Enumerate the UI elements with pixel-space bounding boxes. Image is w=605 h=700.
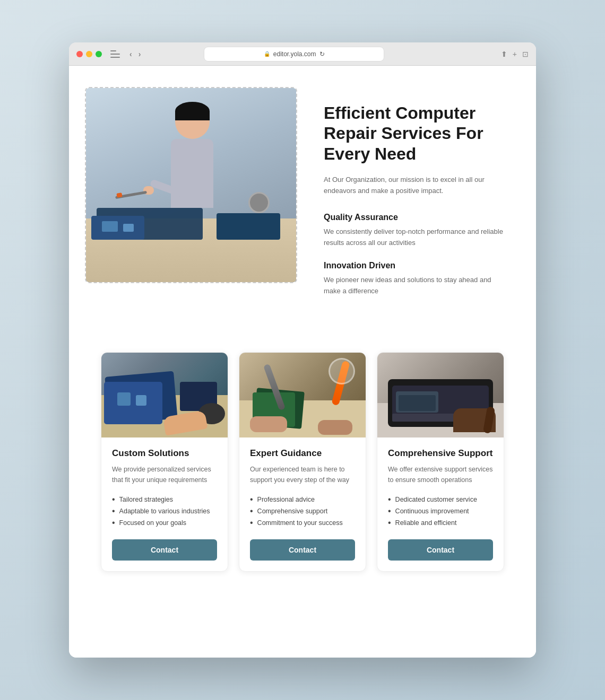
hero-image-wrapper	[85, 87, 297, 283]
minimize-button[interactable]	[86, 51, 92, 57]
card-3-image-bg	[377, 353, 504, 438]
feature-innovation-title: Innovation Driven	[324, 261, 504, 270]
card-expert-guidance: Expert Guidance Our experienced team is …	[239, 352, 366, 572]
toolbar-actions: ⬆ + ⊡	[501, 50, 529, 58]
cards-section: Custom Solutions We provide personalized…	[69, 342, 536, 603]
feature-quality-desc: We consistently deliver top-notch perfor…	[324, 226, 504, 249]
feature-innovation: Innovation Driven We pioneer new ideas a…	[324, 261, 504, 297]
card-2-image	[239, 353, 366, 438]
card-comprehensive-support: Comprehensive Support We offer extensive…	[377, 352, 504, 572]
card-3-image	[377, 353, 504, 438]
card-2-title: Expert Guidance	[250, 448, 355, 459]
list-item: Reliable and efficient	[388, 517, 493, 529]
reload-icon: ↻	[319, 50, 325, 58]
hero-section: Efficient Computer Repair Services For E…	[69, 66, 536, 342]
add-tab-icon[interactable]: +	[513, 50, 517, 58]
card-1-image-bg	[101, 353, 228, 438]
hero-description: At Our Organization, our mission is to e…	[324, 174, 504, 197]
card-3-body: Comprehensive Support We offer extensive…	[377, 438, 504, 571]
hero-image	[86, 88, 296, 282]
card-1-image	[101, 353, 228, 438]
card-1-body: Custom Solutions We provide personalized…	[101, 438, 228, 571]
extensions-icon[interactable]: ⊡	[522, 50, 529, 58]
card-2-body: Expert Guidance Our experienced team is …	[239, 438, 366, 571]
share-icon[interactable]: ⬆	[501, 50, 507, 58]
list-item: Continuous improvement	[388, 505, 493, 517]
feature-quality-title: Quality Assurance	[324, 213, 504, 222]
list-item: Professional advice	[250, 494, 355, 505]
page-content: Efficient Computer Repair Services For E…	[69, 66, 536, 603]
card-2-list: Professional advice Comprehensive suppor…	[250, 494, 355, 529]
card-3-description: We offer extensive support services to e…	[388, 464, 493, 485]
list-item: Adaptable to various industries	[112, 505, 217, 517]
lock-icon: 🔒	[264, 51, 270, 57]
card-1-contact-button[interactable]: Contact	[112, 539, 217, 561]
browser-content: Efficient Computer Repair Services For E…	[69, 66, 536, 658]
card-3-title: Comprehensive Support	[388, 448, 493, 459]
card-2-description: Our experienced team is here to support …	[250, 464, 355, 485]
maximize-button[interactable]	[96, 51, 102, 57]
url-text: editor.yola.com	[273, 50, 316, 58]
list-item: Comprehensive support	[250, 505, 355, 517]
list-item: Tailored strategies	[112, 494, 217, 505]
close-button[interactable]	[76, 51, 83, 57]
card-1-description: We provide personalized services that fi…	[112, 464, 217, 485]
browser-window: ‹ › 🔒 editor.yola.com ↻ ⬆ + ⊡	[69, 42, 536, 658]
card-2-contact-button[interactable]: Contact	[250, 539, 355, 561]
list-item: Dedicated customer service	[388, 494, 493, 505]
traffic-lights	[76, 51, 102, 57]
sidebar-toggle-icon[interactable]	[110, 50, 120, 58]
card-2-image-bg	[239, 353, 366, 438]
card-3-contact-button[interactable]: Contact	[388, 539, 493, 561]
card-3-list: Dedicated customer service Continuous im…	[388, 494, 493, 529]
nav-arrows: ‹ ›	[127, 49, 143, 59]
browser-toolbar: ‹ › 🔒 editor.yola.com ↻ ⬆ + ⊡	[69, 42, 536, 66]
back-arrow[interactable]: ‹	[127, 49, 134, 59]
hero-text: Efficient Computer Repair Services For E…	[324, 92, 504, 310]
address-bar[interactable]: 🔒 editor.yola.com ↻	[204, 47, 384, 62]
card-1-list: Tailored strategies Adaptable to various…	[112, 494, 217, 529]
feature-innovation-desc: We pioneer new ideas and solutions to st…	[324, 275, 504, 297]
list-item: Focused on your goals	[112, 517, 217, 529]
card-custom-solutions: Custom Solutions We provide personalized…	[101, 352, 228, 572]
list-item: Commitment to your success	[250, 517, 355, 529]
forward-arrow[interactable]: ›	[136, 49, 143, 59]
card-1-title: Custom Solutions	[112, 448, 217, 459]
hero-title: Efficient Computer Repair Services For E…	[324, 103, 504, 164]
feature-quality: Quality Assurance We consistently delive…	[324, 213, 504, 249]
